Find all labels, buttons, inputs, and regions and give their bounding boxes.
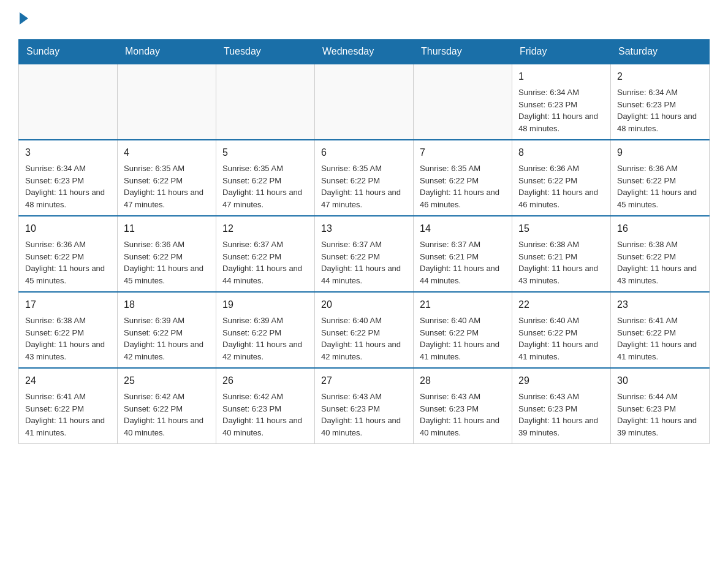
day-number: 3 bbox=[25, 145, 111, 160]
day-number: 18 bbox=[124, 297, 210, 312]
week-row-5: 24Sunrise: 6:41 AMSunset: 6:22 PMDayligh… bbox=[19, 368, 710, 444]
day-number: 7 bbox=[420, 145, 506, 160]
day-number: 19 bbox=[222, 297, 308, 312]
day-cell: 19Sunrise: 6:39 AMSunset: 6:22 PMDayligh… bbox=[216, 292, 315, 368]
day-info: Sunrise: 6:40 AMSunset: 6:22 PMDaylight:… bbox=[518, 315, 604, 362]
day-info: Sunrise: 6:36 AMSunset: 6:22 PMDaylight:… bbox=[518, 163, 604, 210]
day-number: 24 bbox=[25, 373, 111, 388]
day-number: 10 bbox=[25, 221, 111, 236]
day-cell bbox=[118, 64, 216, 140]
day-info: Sunrise: 6:36 AMSunset: 6:22 PMDaylight:… bbox=[25, 239, 111, 286]
day-info: Sunrise: 6:40 AMSunset: 6:22 PMDaylight:… bbox=[321, 315, 407, 362]
day-info: Sunrise: 6:35 AMSunset: 6:22 PMDaylight:… bbox=[420, 163, 506, 210]
day-info: Sunrise: 6:36 AMSunset: 6:22 PMDaylight:… bbox=[617, 163, 703, 210]
day-cell bbox=[315, 64, 414, 140]
calendar-table: SundayMondayTuesdayWednesdayThursdayFrid… bbox=[18, 39, 710, 444]
day-info: Sunrise: 6:37 AMSunset: 6:21 PMDaylight:… bbox=[420, 239, 506, 286]
page-header bbox=[18, 12, 710, 27]
day-number: 28 bbox=[420, 373, 506, 388]
day-info: Sunrise: 6:43 AMSunset: 6:23 PMDaylight:… bbox=[321, 391, 407, 439]
column-header-wednesday: Wednesday bbox=[315, 40, 414, 64]
day-cell: 15Sunrise: 6:38 AMSunset: 6:21 PMDayligh… bbox=[512, 216, 611, 292]
day-number: 12 bbox=[222, 221, 308, 236]
day-cell: 17Sunrise: 6:38 AMSunset: 6:22 PMDayligh… bbox=[19, 292, 118, 368]
day-number: 27 bbox=[321, 373, 407, 388]
day-number: 2 bbox=[617, 69, 703, 84]
day-cell: 26Sunrise: 6:42 AMSunset: 6:23 PMDayligh… bbox=[216, 368, 315, 444]
column-header-saturday: Saturday bbox=[611, 40, 710, 64]
day-info: Sunrise: 6:39 AMSunset: 6:22 PMDaylight:… bbox=[222, 315, 308, 362]
day-number: 20 bbox=[321, 297, 407, 312]
day-info: Sunrise: 6:38 AMSunset: 6:22 PMDaylight:… bbox=[617, 239, 703, 286]
day-number: 15 bbox=[518, 221, 604, 236]
day-cell: 1Sunrise: 6:34 AMSunset: 6:23 PMDaylight… bbox=[512, 64, 611, 140]
day-cell: 3Sunrise: 6:34 AMSunset: 6:23 PMDaylight… bbox=[19, 140, 118, 216]
calendar-header-row: SundayMondayTuesdayWednesdayThursdayFrid… bbox=[19, 40, 710, 64]
week-row-2: 3Sunrise: 6:34 AMSunset: 6:23 PMDaylight… bbox=[19, 140, 710, 216]
day-cell: 16Sunrise: 6:38 AMSunset: 6:22 PMDayligh… bbox=[611, 216, 710, 292]
day-info: Sunrise: 6:35 AMSunset: 6:22 PMDaylight:… bbox=[222, 163, 308, 210]
week-row-3: 10Sunrise: 6:36 AMSunset: 6:22 PMDayligh… bbox=[19, 216, 710, 292]
day-info: Sunrise: 6:41 AMSunset: 6:22 PMDaylight:… bbox=[617, 315, 703, 362]
day-cell: 4Sunrise: 6:35 AMSunset: 6:22 PMDaylight… bbox=[118, 140, 216, 216]
day-cell: 23Sunrise: 6:41 AMSunset: 6:22 PMDayligh… bbox=[611, 292, 710, 368]
day-info: Sunrise: 6:39 AMSunset: 6:22 PMDaylight:… bbox=[124, 315, 210, 362]
day-cell: 25Sunrise: 6:42 AMSunset: 6:22 PMDayligh… bbox=[118, 368, 216, 444]
logo bbox=[18, 12, 28, 27]
day-number: 1 bbox=[518, 69, 604, 84]
day-info: Sunrise: 6:43 AMSunset: 6:23 PMDaylight:… bbox=[420, 391, 506, 439]
day-cell: 12Sunrise: 6:37 AMSunset: 6:22 PMDayligh… bbox=[216, 216, 315, 292]
column-header-tuesday: Tuesday bbox=[216, 40, 315, 64]
day-cell bbox=[19, 64, 118, 140]
day-info: Sunrise: 6:36 AMSunset: 6:22 PMDaylight:… bbox=[124, 239, 210, 286]
day-info: Sunrise: 6:38 AMSunset: 6:21 PMDaylight:… bbox=[518, 239, 604, 286]
day-number: 4 bbox=[124, 145, 210, 160]
day-cell: 28Sunrise: 6:43 AMSunset: 6:23 PMDayligh… bbox=[414, 368, 512, 444]
day-cell bbox=[216, 64, 315, 140]
day-cell bbox=[414, 64, 512, 140]
day-number: 9 bbox=[617, 145, 703, 160]
day-cell: 5Sunrise: 6:35 AMSunset: 6:22 PMDaylight… bbox=[216, 140, 315, 216]
logo-arrow-icon bbox=[20, 12, 28, 25]
day-info: Sunrise: 6:43 AMSunset: 6:23 PMDaylight:… bbox=[518, 391, 604, 439]
day-cell: 20Sunrise: 6:40 AMSunset: 6:22 PMDayligh… bbox=[315, 292, 414, 368]
day-number: 14 bbox=[420, 221, 506, 236]
column-header-sunday: Sunday bbox=[19, 40, 118, 64]
day-info: Sunrise: 6:34 AMSunset: 6:23 PMDaylight:… bbox=[518, 86, 604, 134]
day-cell: 22Sunrise: 6:40 AMSunset: 6:22 PMDayligh… bbox=[512, 292, 611, 368]
day-info: Sunrise: 6:40 AMSunset: 6:22 PMDaylight:… bbox=[420, 315, 506, 362]
day-cell: 29Sunrise: 6:43 AMSunset: 6:23 PMDayligh… bbox=[512, 368, 611, 444]
day-cell: 30Sunrise: 6:44 AMSunset: 6:23 PMDayligh… bbox=[611, 368, 710, 444]
day-info: Sunrise: 6:42 AMSunset: 6:23 PMDaylight:… bbox=[222, 391, 308, 439]
day-number: 16 bbox=[617, 221, 703, 236]
day-number: 25 bbox=[124, 373, 210, 388]
day-cell: 2Sunrise: 6:34 AMSunset: 6:23 PMDaylight… bbox=[611, 64, 710, 140]
day-info: Sunrise: 6:41 AMSunset: 6:22 PMDaylight:… bbox=[25, 391, 111, 439]
day-cell: 11Sunrise: 6:36 AMSunset: 6:22 PMDayligh… bbox=[118, 216, 216, 292]
day-cell: 13Sunrise: 6:37 AMSunset: 6:22 PMDayligh… bbox=[315, 216, 414, 292]
day-cell: 8Sunrise: 6:36 AMSunset: 6:22 PMDaylight… bbox=[512, 140, 611, 216]
day-number: 17 bbox=[25, 297, 111, 312]
day-cell: 10Sunrise: 6:36 AMSunset: 6:22 PMDayligh… bbox=[19, 216, 118, 292]
day-cell: 6Sunrise: 6:35 AMSunset: 6:22 PMDaylight… bbox=[315, 140, 414, 216]
day-info: Sunrise: 6:38 AMSunset: 6:22 PMDaylight:… bbox=[25, 315, 111, 362]
day-number: 29 bbox=[518, 373, 604, 388]
day-number: 11 bbox=[124, 221, 210, 236]
day-number: 26 bbox=[222, 373, 308, 388]
week-row-1: 1Sunrise: 6:34 AMSunset: 6:23 PMDaylight… bbox=[19, 64, 710, 140]
day-info: Sunrise: 6:37 AMSunset: 6:22 PMDaylight:… bbox=[321, 239, 407, 286]
day-cell: 24Sunrise: 6:41 AMSunset: 6:22 PMDayligh… bbox=[19, 368, 118, 444]
day-cell: 14Sunrise: 6:37 AMSunset: 6:21 PMDayligh… bbox=[414, 216, 512, 292]
day-info: Sunrise: 6:34 AMSunset: 6:23 PMDaylight:… bbox=[25, 163, 111, 210]
day-cell: 27Sunrise: 6:43 AMSunset: 6:23 PMDayligh… bbox=[315, 368, 414, 444]
day-number: 22 bbox=[518, 297, 604, 312]
day-number: 21 bbox=[420, 297, 506, 312]
day-cell: 9Sunrise: 6:36 AMSunset: 6:22 PMDaylight… bbox=[611, 140, 710, 216]
day-cell: 21Sunrise: 6:40 AMSunset: 6:22 PMDayligh… bbox=[414, 292, 512, 368]
day-cell: 7Sunrise: 6:35 AMSunset: 6:22 PMDaylight… bbox=[414, 140, 512, 216]
day-number: 5 bbox=[222, 145, 308, 160]
day-cell: 18Sunrise: 6:39 AMSunset: 6:22 PMDayligh… bbox=[118, 292, 216, 368]
day-number: 23 bbox=[617, 297, 703, 312]
day-info: Sunrise: 6:34 AMSunset: 6:23 PMDaylight:… bbox=[617, 86, 703, 134]
week-row-4: 17Sunrise: 6:38 AMSunset: 6:22 PMDayligh… bbox=[19, 292, 710, 368]
